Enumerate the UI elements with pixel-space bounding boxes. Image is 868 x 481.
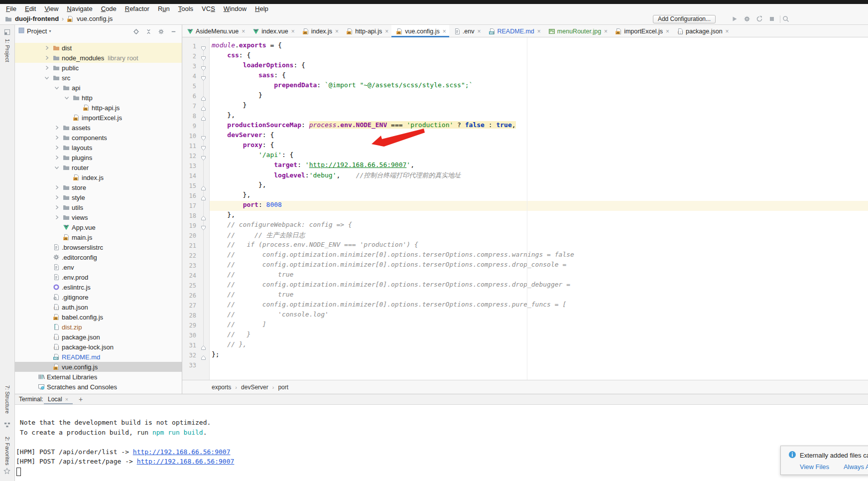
locate-icon[interactable]	[133, 28, 139, 37]
stripe-project-button[interactable]: 1: Project	[4, 39, 10, 62]
close-icon[interactable]: ×	[242, 28, 245, 35]
close-icon[interactable]: ×	[335, 28, 339, 35]
close-icon[interactable]: ×	[537, 28, 541, 35]
fold-open-icon[interactable]	[201, 54, 206, 58]
code-line-21[interactable]: // if (process.env.NODE_ENV === 'product…	[210, 241, 868, 251]
tree-item-external-libraries[interactable]: External Libraries	[15, 372, 182, 382]
tree-item-utils[interactable]: utils	[15, 202, 182, 212]
code-line-27[interactable]: // config.optimization.minimizer[0].opti…	[210, 301, 868, 311]
tab-importexcel-js[interactable]: JSimportExcel.js×	[611, 25, 672, 37]
minus-icon[interactable]	[170, 28, 177, 37]
tree-item-dist[interactable]: dist	[15, 43, 182, 53]
chevron-collapsed-icon[interactable]	[54, 145, 60, 151]
tree-item-dist-zip[interactable]: dist.zip	[15, 322, 182, 332]
fold-open-icon[interactable]	[201, 144, 206, 148]
fold-open-icon[interactable]	[201, 74, 206, 78]
menu-item-help[interactable]: Help	[255, 5, 268, 12]
fold-close-icon[interactable]	[201, 104, 206, 108]
fold-close-icon[interactable]	[201, 183, 206, 188]
terminal-tab-local[interactable]: Local ×	[45, 394, 71, 404]
code-line-14[interactable]: logLevel:'debug', //控制台终端打印代理前的真实地址	[210, 171, 868, 181]
stripe-structure-button[interactable]: 7: Structure	[4, 385, 10, 414]
menu-item-code[interactable]: Code	[101, 5, 117, 12]
fold-close-icon[interactable]	[201, 193, 206, 198]
tree-item-router[interactable]: router	[15, 162, 182, 172]
code-line-5[interactable]: prependData: `@import "~@/assets/scss/st…	[210, 81, 868, 91]
tab-index-js[interactable]: JSindex.js×	[298, 25, 342, 37]
tree-item-assets[interactable]: assets	[15, 123, 182, 133]
code-line-24[interactable]: // true	[210, 271, 868, 281]
terminal-url-link[interactable]: http://192.168.66.56:9007	[137, 458, 235, 465]
gear-icon[interactable]	[744, 15, 750, 24]
tree-item--editorconfig[interactable]: .editorconfig	[15, 252, 182, 262]
code-line-1[interactable]: module.exports = {	[210, 41, 868, 51]
tree-item-style[interactable]: style	[15, 192, 182, 202]
tree-item-importexcel-js[interactable]: JSimportExcel.js	[15, 113, 182, 123]
tree-item-auth-json[interactable]: {;}auth.json	[15, 302, 182, 312]
code-line-20[interactable]: // // 生产去除日志	[210, 231, 868, 241]
project-tree[interactable]: distnode_moduleslibrary rootpublicsrcapi…	[15, 37, 182, 394]
tree-item-layouts[interactable]: layouts	[15, 143, 182, 153]
fold-open-icon[interactable]	[201, 64, 206, 68]
fold-open-icon[interactable]	[201, 134, 206, 138]
tree-item--browserslistrc[interactable]: .browserslistrc	[15, 242, 182, 252]
chevron-expanded-icon[interactable]	[44, 75, 50, 81]
code-line-9[interactable]: productionSourceMap: process.env.NODE_EN…	[210, 121, 868, 131]
code-line-25[interactable]: // config.optimization.minimizer[0].opti…	[210, 281, 868, 291]
code-line-22[interactable]: // config.optimization.minimizer[0].opti…	[210, 251, 868, 261]
code-line-7[interactable]: }	[210, 101, 868, 111]
menu-item-vcs[interactable]: VCS	[202, 5, 215, 12]
tree-item-http[interactable]: http	[15, 93, 182, 103]
chevron-collapsed-icon[interactable]	[44, 65, 50, 71]
fold-close-icon[interactable]	[201, 343, 206, 347]
code-editor[interactable]: module.exports = { css: { loaderOptions:…	[210, 37, 868, 380]
stripe-favorites-button[interactable]: 2: Favorites	[4, 437, 10, 465]
chevron-expanded-icon[interactable]	[54, 164, 60, 170]
code-line-6[interactable]: }	[210, 91, 868, 101]
code-line-4[interactable]: sass: {	[210, 71, 868, 81]
close-icon[interactable]: ×	[666, 28, 669, 35]
code-line-12[interactable]: '/api': {	[210, 151, 868, 161]
chevron-collapsed-icon[interactable]	[54, 194, 60, 200]
gear-icon[interactable]	[158, 28, 164, 37]
code-line-15[interactable]: },	[210, 181, 868, 191]
fold-open-icon[interactable]	[201, 223, 206, 228]
tree-item-public[interactable]: public	[15, 63, 182, 73]
project-panel-title[interactable]: Project	[27, 27, 47, 35]
fold-close-icon[interactable]	[201, 114, 206, 118]
menu-item-run[interactable]: Run	[158, 5, 170, 12]
code-line-8[interactable]: },	[210, 111, 868, 121]
tree-item-app-vue[interactable]: App.vue	[15, 222, 182, 232]
breadcrumb-file[interactable]: vue.config.js	[77, 15, 113, 22]
menu-item-view[interactable]: View	[44, 5, 58, 12]
tree-item-api[interactable]: api	[15, 83, 182, 93]
code-line-2[interactable]: css: {	[210, 51, 868, 61]
fold-close-icon[interactable]	[201, 94, 206, 98]
menu-item-tools[interactable]: Tools	[178, 5, 193, 12]
chevron-collapsed-icon[interactable]	[44, 45, 50, 51]
always-add-link[interactable]: Always Add	[844, 463, 868, 471]
url-link[interactable]: http://192.168.66.56:9007	[309, 161, 407, 168]
tab-http-api-js[interactable]: JShttp-api.js×	[342, 25, 391, 37]
chevron-collapsed-icon[interactable]	[44, 55, 50, 61]
code-line-13[interactable]: target: 'http://192.168.66.56:9007',	[210, 161, 868, 171]
tree-item--gitignore[interactable]: .gitignore	[15, 292, 182, 302]
tree-item-package-json[interactable]: {;}package.json	[15, 332, 182, 342]
close-icon[interactable]: ×	[726, 28, 729, 35]
fold-open-icon[interactable]	[201, 154, 206, 158]
code-line-23[interactable]: // config.optimization.minimizer[0].opti…	[210, 261, 868, 271]
code-line-30[interactable]: // }	[210, 330, 868, 340]
code-line-16[interactable]: },	[210, 191, 868, 201]
code-line-28[interactable]: // 'console.log'	[210, 311, 868, 321]
code-line-19[interactable]: // configureWebpack: config => {	[210, 221, 868, 231]
close-icon[interactable]: ×	[385, 28, 388, 35]
code-line-11[interactable]: proxy: {	[210, 141, 868, 151]
update-icon[interactable]	[756, 15, 763, 24]
tree-item-index-js[interactable]: JSindex.js	[15, 172, 182, 182]
menu-item-file[interactable]: File	[6, 5, 16, 12]
tab-vue-config-js[interactable]: JSvue.config.js×	[391, 25, 449, 37]
code-line-18[interactable]: },	[210, 211, 868, 221]
tree-item-scratches-and-consoles[interactable]: Scratches and Consoles	[15, 382, 182, 392]
chevron-down-icon[interactable]: ▾	[49, 29, 51, 33]
tree-item-vue-config-js[interactable]: JSvue.config.js	[15, 362, 182, 372]
